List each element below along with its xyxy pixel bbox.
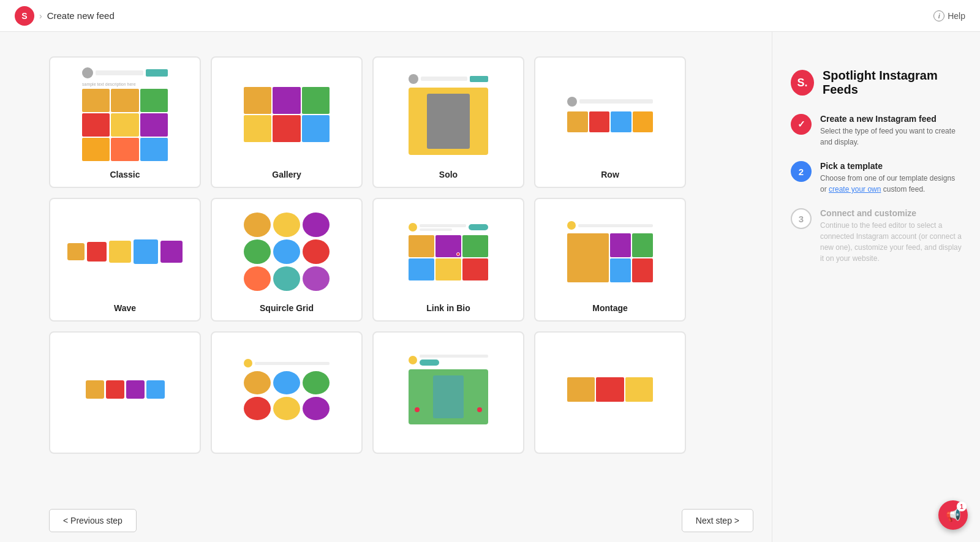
template-preview-solo2 (381, 342, 516, 437)
sidebar-brand: S. Spotlight Instagram Feeds (791, 69, 962, 97)
sidebar-brand-name: Spotlight Instagram Feeds (823, 69, 962, 97)
template-card-row2[interactable] (49, 331, 201, 454)
template-preview-gallery (219, 67, 354, 161)
template-card-montage[interactable]: Montage (534, 198, 686, 322)
template-grid: sample text description here (49, 56, 686, 454)
template-preview-link-in-bio (381, 209, 516, 295)
template-preview-classic: sample text description here (58, 67, 192, 161)
main-layout: sample text description here (0, 32, 980, 542)
template-preview-wave (58, 209, 192, 295)
template-name-gallery: Gallery (272, 170, 301, 179)
content-area: sample text description here (0, 32, 772, 542)
step-item-2: 2 Pick a template Choose from one of our… (791, 161, 962, 195)
template-card-squircle-grid[interactable]: Squircle Grid (211, 198, 363, 322)
step-1-check-icon: ✓ (797, 119, 805, 130)
template-preview-row (543, 67, 677, 161)
step-3-content: Connect and customize Continue to the fe… (820, 208, 962, 264)
page-title: Create new feed (47, 10, 115, 21)
app-logo: S (15, 6, 34, 26)
help-label: Help (948, 11, 965, 21)
step-2-circle: 2 (791, 161, 812, 182)
template-name-solo: Solo (439, 170, 458, 179)
step-1-content: Create a new Instagram feed Select the t… (820, 114, 962, 148)
step-1-circle: ✓ (791, 114, 812, 135)
template-name-row: Row (601, 170, 619, 179)
template-preview-row2 (58, 342, 192, 437)
template-preview-squircle-grid (219, 209, 354, 295)
template-card-squircle2[interactable] (211, 331, 363, 454)
step-list: ✓ Create a new Instagram feed Select the… (791, 114, 962, 264)
template-card-link-in-bio[interactable]: Link in Bio (372, 198, 524, 322)
step-2-content: Pick a template Choose from one of our t… (820, 161, 962, 195)
step-3-title: Connect and customize (820, 208, 962, 218)
step-3-circle: 3 (791, 208, 812, 229)
notification-badge: 1 (957, 502, 967, 511)
template-card-classic[interactable]: sample text description here (49, 56, 201, 188)
create-your-own-link[interactable]: create your own (829, 185, 881, 194)
template-preview-montage (543, 209, 677, 295)
template-card-row3[interactable] (534, 331, 686, 454)
next-step-button[interactable]: Next step > (682, 509, 753, 532)
template-name-montage: Montage (592, 303, 628, 313)
step-2-desc: Choose from one of our template designs … (820, 173, 962, 195)
app-header: S › Create new feed i Help (0, 0, 980, 32)
step-1-desc: Select the type of feed you want to crea… (820, 126, 962, 148)
template-name-classic: Classic (110, 170, 140, 179)
step-2-number: 2 (799, 167, 804, 177)
help-icon: i (933, 10, 944, 21)
sidebar-logo: S. (791, 70, 814, 96)
template-preview-row3 (543, 342, 677, 437)
step-3-number: 3 (799, 214, 804, 224)
template-card-solo2[interactable] (372, 331, 524, 454)
template-preview-solo (381, 67, 516, 161)
step-1-title: Create a new Instagram feed (820, 114, 962, 124)
header-left: S › Create new feed (15, 6, 115, 26)
step-item-3: 3 Connect and customize Continue to the … (791, 208, 962, 264)
breadcrumb-separator: › (39, 11, 42, 21)
template-preview-squircle2 (219, 342, 354, 437)
help-button[interactable]: i Help (933, 10, 965, 21)
template-card-row[interactable]: Row (534, 56, 686, 188)
step-2-title: Pick a template (820, 161, 962, 171)
step-2-desc-after: custom feed. (881, 185, 925, 194)
bottom-bar: < Previous step Next step > (0, 499, 772, 542)
notification-button[interactable]: 📢 1 (938, 500, 968, 530)
template-card-gallery[interactable]: Gallery (211, 56, 363, 188)
step-item-1: ✓ Create a new Instagram feed Select the… (791, 114, 962, 148)
sidebar: S. Spotlight Instagram Feeds ✓ Create a … (772, 32, 980, 542)
template-card-solo[interactable]: Solo (372, 56, 524, 188)
template-card-wave[interactable]: Wave (49, 198, 201, 322)
step-3-desc: Continue to the feed editor to select a … (820, 220, 962, 264)
template-name-link-in-bio: Link in Bio (426, 303, 470, 313)
prev-step-button[interactable]: < Previous step (49, 509, 137, 532)
template-name-squircle-grid: Squircle Grid (260, 303, 314, 313)
template-name-wave: Wave (114, 303, 136, 313)
